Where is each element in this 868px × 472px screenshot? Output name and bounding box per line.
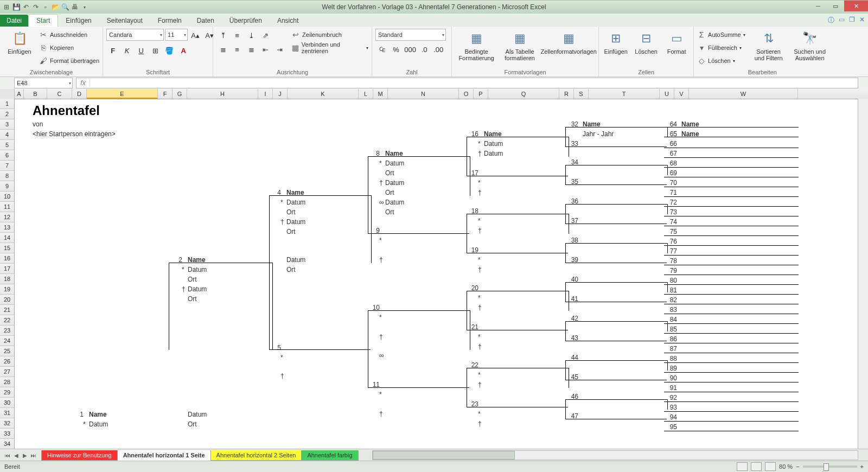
increase-decimal-button[interactable]: .0 <box>418 43 431 56</box>
paste-button[interactable]: 📋 Einfügen <box>3 29 36 55</box>
italic-button[interactable]: K <box>120 44 133 57</box>
autosum-button[interactable]: ΣAutoSumme▾ <box>697 29 745 41</box>
col-O[interactable]: O <box>459 89 474 99</box>
col-Q[interactable]: Q <box>488 89 559 99</box>
zoom-out-button[interactable]: − <box>796 463 799 470</box>
fx-icon[interactable]: fx <box>76 79 90 87</box>
restore-icon[interactable]: ❐ <box>849 16 855 25</box>
conditional-formatting-button[interactable]: ▦Bedingte Formatierung <box>455 29 497 61</box>
decrease-indent-button[interactable]: ⇤ <box>259 43 272 56</box>
tab-review[interactable]: Überprüfen <box>222 15 270 27</box>
worksheet-grid[interactable]: A B C D E F G H I J K L M N O P Q R S T … <box>0 89 868 449</box>
font-size-combo[interactable]: 11▾ <box>165 29 188 41</box>
tab-start[interactable]: Start <box>28 14 58 27</box>
copy-button[interactable]: ⎘Kopieren <box>39 42 99 54</box>
minimize-ribbon-icon[interactable]: ▭ <box>839 16 845 25</box>
font-color-button[interactable]: A <box>177 44 190 57</box>
merge-center-button[interactable]: ▦Verbinden und zentrieren▾ <box>291 42 368 54</box>
col-T[interactable]: T <box>589 89 660 99</box>
sheet-tab-hints[interactable]: Hinweise zur Benutzung <box>41 450 118 461</box>
vertical-scrollbar[interactable] <box>858 99 868 449</box>
col-A[interactable]: A <box>15 89 24 99</box>
col-R[interactable]: R <box>559 89 574 99</box>
grow-font-button[interactable]: A▴ <box>189 29 202 42</box>
col-S[interactable]: S <box>574 89 589 99</box>
col-L[interactable]: L <box>359 89 373 99</box>
tab-data[interactable]: Daten <box>189 15 222 27</box>
clear-button[interactable]: ◇Löschen▾ <box>697 55 745 67</box>
view-layout-button[interactable] <box>751 462 762 471</box>
fill-button[interactable]: ▾Füllbereich▾ <box>697 42 745 54</box>
maximize-button[interactable]: ▭ <box>827 1 844 11</box>
name-box[interactable]: E48▾ <box>14 78 73 88</box>
col-N[interactable]: N <box>388 89 459 99</box>
align-right-button[interactable]: ≣ <box>245 43 258 56</box>
find-select-button[interactable]: 🔭Suchen und Auswählen <box>792 29 828 61</box>
sheet-body[interactable]: 1234567891011121314151617181920212223242… <box>0 99 858 449</box>
formula-bar: E48▾ fx <box>0 77 868 90</box>
sheet-nav[interactable]: ⏮◀▶⏭ <box>0 452 41 458</box>
col-C[interactable]: C <box>47 89 72 99</box>
col-F[interactable]: F <box>158 89 173 99</box>
decrease-decimal-button[interactable]: .00 <box>432 43 445 56</box>
align-top-button[interactable]: ⤒ <box>216 29 229 42</box>
ribbon-right-controls: ⓘ ▭ ❐ ✕ <box>828 16 865 25</box>
align-bottom-button[interactable]: ⤓ <box>245 29 258 42</box>
number-format-combo[interactable]: Standard▾ <box>375 29 446 41</box>
border-button[interactable]: ⊞ <box>149 44 162 57</box>
formula-input[interactable]: fx <box>76 78 858 88</box>
thousands-button[interactable]: 000 <box>404 43 417 56</box>
col-B[interactable]: B <box>24 89 47 99</box>
insert-cells-button[interactable]: ⊞Einfügen <box>602 29 629 55</box>
align-left-button[interactable]: ≣ <box>216 43 229 56</box>
col-M[interactable]: M <box>373 89 388 99</box>
bold-button[interactable]: F <box>106 44 119 57</box>
col-U[interactable]: U <box>660 89 674 99</box>
view-break-button[interactable] <box>765 462 776 471</box>
zoom-in-button[interactable]: + <box>860 463 864 470</box>
close-button[interactable]: ✕ <box>844 1 868 11</box>
currency-button[interactable]: ₠ <box>375 43 388 56</box>
increase-indent-button[interactable]: ⇥ <box>273 43 286 56</box>
tab-formulas[interactable]: Formeln <box>150 15 189 27</box>
select-all-corner[interactable] <box>0 89 15 99</box>
wrap-text-button[interactable]: ↩Zeilenumbruch <box>291 29 368 41</box>
orientation-button[interactable]: ⇗ <box>259 29 272 42</box>
tab-view[interactable]: Ansicht <box>270 15 306 27</box>
sheet-tab-color[interactable]: Ahnentafel farbig <box>301 450 358 461</box>
tab-insert[interactable]: Einfügen <box>58 15 99 27</box>
cut-button[interactable]: ✂Ausschneiden <box>39 29 99 41</box>
sheet-tab-2pages[interactable]: Ahnentafel horizontal 2 Seiten <box>210 450 302 461</box>
view-normal-button[interactable] <box>737 462 748 471</box>
close-workbook-icon[interactable]: ✕ <box>859 16 865 25</box>
col-D[interactable]: D <box>72 89 87 99</box>
col-W[interactable]: W <box>689 89 798 99</box>
col-K[interactable]: K <box>288 89 359 99</box>
col-J[interactable]: J <box>273 89 288 99</box>
minimize-button[interactable]: ─ <box>809 1 827 11</box>
tab-layout[interactable]: Seitenlayout <box>99 15 150 27</box>
horizontal-scrollbar[interactable] <box>372 450 858 460</box>
col-I[interactable]: I <box>258 89 273 99</box>
col-P[interactable]: P <box>474 89 488 99</box>
col-V[interactable]: V <box>674 89 689 99</box>
fill-color-button[interactable]: 🪣 <box>163 44 176 57</box>
delete-cells-button[interactable]: ⊟Löschen <box>633 29 660 55</box>
zoom-slider[interactable] <box>803 465 857 468</box>
underline-button[interactable]: U <box>135 44 148 57</box>
help-icon[interactable]: ⓘ <box>828 16 834 25</box>
sheet-tab-1page[interactable]: Ahnentafel horizontal 1 Seite <box>117 450 211 461</box>
file-tab[interactable]: Datei <box>0 15 28 27</box>
format-as-table-button[interactable]: ▦Als Tabelle formatieren <box>501 29 539 61</box>
align-middle-button[interactable]: ≡ <box>231 29 244 42</box>
font-name-combo[interactable]: Candara▾ <box>106 29 164 41</box>
cell-styles-button[interactable]: ▦Zellenformatvorlagen <box>542 29 595 55</box>
sort-filter-button[interactable]: ⇅Sortieren und Filtern <box>751 29 787 61</box>
align-center-button[interactable]: ≡ <box>231 43 244 56</box>
format-cells-button[interactable]: ▭Format <box>663 29 690 55</box>
format-painter-button[interactable]: 🖌Format übertragen <box>39 55 99 67</box>
col-G[interactable]: G <box>173 89 187 99</box>
col-E[interactable]: E <box>87 89 158 99</box>
percent-button[interactable]: % <box>390 43 403 56</box>
col-H[interactable]: H <box>187 89 258 99</box>
